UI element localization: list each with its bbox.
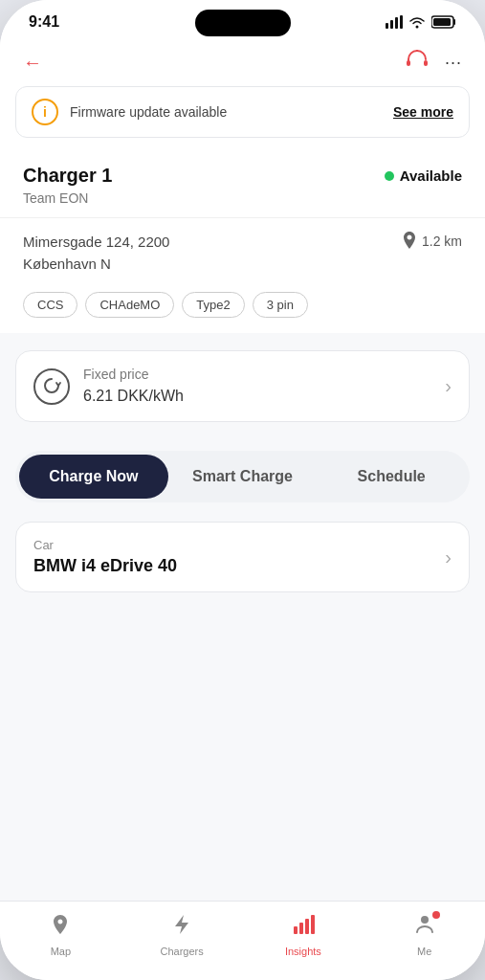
bottom-nav: Map Chargers Insights: [0, 901, 485, 980]
signal-icon: [386, 15, 403, 29]
svg-rect-10: [299, 923, 303, 934]
charger-status: Available: [385, 167, 462, 184]
price-amount: 6.21 DKK: [83, 388, 148, 404]
gap-1: [0, 333, 485, 343]
address-line2: København N: [23, 254, 169, 276]
price-circular-icon: [41, 376, 62, 397]
svg-rect-12: [311, 915, 315, 934]
price-label: Fixed price: [83, 367, 184, 382]
car-card[interactable]: Car BMW i4 eDrive 40 ›: [15, 522, 470, 592]
nav-item-chargers[interactable]: Chargers: [121, 913, 243, 957]
back-button[interactable]: ←: [23, 52, 42, 74]
location-address: Mimersgade 124, 2200 København N: [23, 232, 169, 275]
nav-me-label: Me: [417, 946, 431, 957]
price-icon: [33, 368, 70, 405]
nav-item-insights[interactable]: Insights: [243, 913, 364, 957]
svg-rect-7: [407, 60, 410, 66]
price-card[interactable]: Fixed price 6.21 DKK/kWh ›: [15, 350, 470, 422]
location-pin-icon: [402, 232, 417, 251]
firmware-message: Firmware update available: [70, 104, 382, 120]
wifi-icon: [408, 15, 426, 29]
status-label: Available: [400, 167, 462, 184]
tag-chademo: CHAdeMO: [85, 292, 174, 318]
svg-rect-0: [386, 23, 388, 29]
svg-rect-11: [305, 919, 309, 934]
nav-item-map[interactable]: Map: [0, 913, 121, 957]
svg-point-4: [416, 26, 419, 29]
car-chevron: ›: [445, 546, 452, 568]
nav-item-me[interactable]: Me: [364, 913, 485, 957]
distance-value: 1.2 km: [422, 234, 462, 249]
status-icons: [386, 15, 456, 29]
header-right: ···: [405, 48, 462, 77]
address-line1: Mimersgade 124, 2200: [23, 232, 169, 254]
price-unit: /kWh: [148, 388, 183, 404]
headset-svg: [405, 48, 430, 71]
insights-icon: [292, 913, 315, 942]
price-left: Fixed price 6.21 DKK/kWh: [33, 367, 184, 406]
insights-svg: [292, 913, 315, 936]
charger-team: Team EON: [23, 190, 462, 206]
firmware-icon: i: [32, 99, 58, 125]
gap-2: [0, 441, 485, 451]
charge-mode-smart[interactable]: Smart Charge: [168, 455, 318, 499]
map-svg: [49, 913, 72, 936]
firmware-banner: i Firmware update available See more: [15, 86, 470, 138]
me-icon: [413, 913, 436, 942]
charge-mode-now[interactable]: Charge Now: [19, 455, 168, 499]
nav-insights-label: Insights: [285, 946, 321, 957]
firmware-see-more[interactable]: See more: [393, 104, 453, 120]
more-button[interactable]: ···: [445, 53, 462, 73]
battery-icon: [431, 15, 456, 29]
chargers-icon: [171, 913, 192, 942]
svg-rect-1: [390, 20, 393, 29]
car-info: Car BMW i4 eDrive 40: [33, 538, 177, 576]
nav-chargers-label: Chargers: [161, 946, 204, 957]
main-content: Charger 1 Available Team EON Mimersgade …: [0, 149, 485, 901]
svg-rect-3: [400, 15, 403, 29]
charge-mode-section: Charge Now Smart Charge Schedule: [0, 451, 485, 522]
nav-map-label: Map: [51, 946, 71, 957]
support-icon[interactable]: [405, 48, 430, 77]
chargers-svg: [171, 913, 192, 936]
tag-ccs: CCS: [23, 292, 77, 318]
charger-info-section: Charger 1 Available Team EON Mimersgade …: [0, 149, 485, 333]
svg-point-13: [421, 916, 429, 924]
svg-rect-2: [395, 17, 398, 29]
svg-rect-8: [424, 60, 428, 66]
me-notification-dot: [432, 911, 440, 919]
charger-name: Charger 1: [23, 165, 112, 187]
app-header: ← ···: [0, 38, 485, 86]
connector-tags: CCS CHAdeMO Type2 3 pin: [0, 288, 485, 333]
status-dot: [385, 171, 394, 181]
tag-type2: Type2: [182, 292, 244, 318]
svg-rect-9: [294, 926, 298, 934]
car-label: Car: [33, 538, 177, 552]
location-section: Mimersgade 124, 2200 København N 1.2 km: [0, 218, 485, 288]
map-icon: [49, 913, 72, 942]
tag-3pin: 3 pin: [253, 292, 308, 318]
charge-mode-schedule[interactable]: Schedule: [317, 455, 466, 499]
status-time: 9:41: [29, 13, 59, 31]
svg-rect-6: [433, 18, 451, 26]
location-distance: 1.2 km: [402, 232, 462, 251]
charger-header: Charger 1 Available: [23, 165, 462, 187]
price-details: Fixed price 6.21 DKK/kWh: [83, 367, 184, 406]
charge-mode-bar: Charge Now Smart Charge Schedule: [15, 451, 470, 502]
price-chevron: ›: [445, 375, 452, 397]
phone-shell: 9:41 ←: [0, 0, 485, 980]
car-name: BMW i4 eDrive 40: [33, 556, 177, 576]
price-value: 6.21 DKK/kWh: [83, 384, 184, 406]
dynamic-island: [195, 10, 291, 36]
charger-header-section: Charger 1 Available Team EON: [0, 149, 485, 217]
